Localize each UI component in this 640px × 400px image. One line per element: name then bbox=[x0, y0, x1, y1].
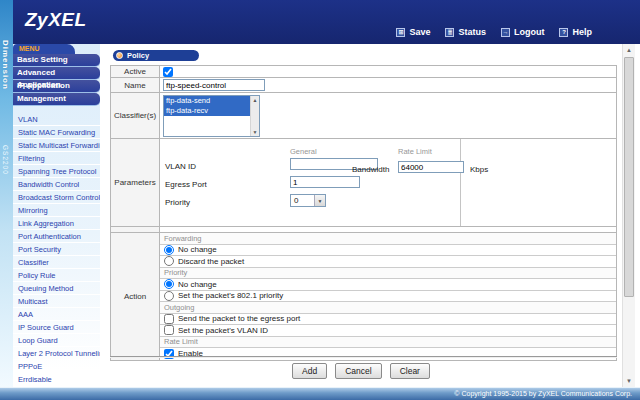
sidebar-subitem-loop-guard[interactable]: Loop Guard bbox=[13, 334, 100, 347]
page-title: Policy bbox=[127, 51, 149, 60]
priority-selected-value: 0 bbox=[294, 196, 298, 205]
general-header: General bbox=[290, 147, 317, 156]
toplink-save[interactable]: ⊞Save bbox=[396, 27, 430, 37]
sidebar-item-ip-application[interactable]: IP Application bbox=[13, 80, 100, 93]
scroll-down-icon[interactable]: ▼ bbox=[251, 128, 259, 136]
copyright-text: © Copyright 1995-2015 by ZyXEL Communica… bbox=[454, 390, 632, 397]
vertical-scrollbar[interactable]: ▲ ▼ bbox=[622, 44, 635, 387]
clear-button[interactable]: Clear bbox=[390, 363, 430, 379]
menu-title: MENU bbox=[13, 44, 75, 54]
sidebar-subitem-filtering[interactable]: Filtering bbox=[13, 152, 100, 165]
topbar-links: ⊞Save≣Status→Logout?Help bbox=[396, 27, 592, 37]
action-option-row: No change bbox=[160, 279, 616, 291]
sidebar-subitem-ip-source-guard[interactable]: IP Source Guard bbox=[13, 321, 100, 334]
action-radio-no-change[interactable] bbox=[164, 279, 174, 289]
sidebar: MENU Basic SettingAdvanced ApplicationIP… bbox=[13, 44, 100, 387]
bandwidth-unit: Kbps bbox=[470, 165, 488, 174]
toplink-label: Save bbox=[409, 27, 430, 37]
action-option-label: Send the packet to the egress port bbox=[178, 314, 300, 323]
egress-port-input[interactable] bbox=[290, 176, 360, 188]
action-option-row: Set the packet's VLAN ID bbox=[160, 325, 616, 337]
action-option-label: Set the packet's VLAN ID bbox=[178, 326, 268, 335]
logout-icon: → bbox=[501, 28, 510, 37]
toplink-help[interactable]: ?Help bbox=[559, 27, 592, 37]
action-option-label: Discard the packet bbox=[178, 257, 244, 266]
sidebar-subitem-queuing-method[interactable]: Queuing Method bbox=[13, 282, 100, 295]
action-section-header: Priority bbox=[160, 268, 616, 280]
sidebar-subitem-link-aggregation[interactable]: Link Aggregation bbox=[13, 217, 100, 230]
sidebar-subitem-vlan[interactable]: VLAN bbox=[13, 113, 100, 126]
chevron-down-icon: ▼ bbox=[314, 195, 325, 206]
bandwidth-input[interactable] bbox=[398, 161, 464, 173]
action-radio-set-the-packet-s-802-1-priority[interactable] bbox=[164, 291, 174, 301]
sidebar-subitem-spanning-tree-protocol[interactable]: Spanning Tree Protocol bbox=[13, 165, 100, 178]
priority-label: Priority bbox=[165, 198, 190, 207]
action-option-row: No change bbox=[160, 245, 616, 257]
action-checkbox-set-the-packet-s-vlan-id[interactable] bbox=[164, 325, 174, 335]
main-content: Policy Active Name Classifier(s) ftp-dat… bbox=[100, 44, 622, 387]
classifier-listbox[interactable]: ftp-data-sendftp-data-recv ▲ ▼ bbox=[163, 95, 260, 137]
help-icon: ? bbox=[559, 28, 568, 37]
sidebar-item-management[interactable]: Management bbox=[13, 93, 100, 106]
sidebar-subitem-multicast[interactable]: Multicast bbox=[13, 295, 100, 308]
action-option-label: Set the packet's 802.1 priority bbox=[178, 291, 283, 300]
listbox-scrollbar[interactable]: ▲ ▼ bbox=[250, 96, 259, 136]
sidebar-subitem-layer-2-protocol-tunneling[interactable]: Layer 2 Protocol Tunneling bbox=[13, 347, 100, 360]
toplink-label: Logout bbox=[514, 27, 545, 37]
scroll-up-icon[interactable]: ▲ bbox=[623, 44, 635, 56]
sidebar-subitem-classifier[interactable]: Classifier bbox=[13, 256, 100, 269]
scroll-up-icon[interactable]: ▲ bbox=[251, 96, 259, 104]
active-row: Active bbox=[110, 65, 617, 78]
status-icon: ≣ bbox=[445, 28, 454, 37]
sidebar-subitem-port-security[interactable]: Port Security bbox=[13, 243, 100, 256]
sidebar-subitem-port-authentication[interactable]: Port Authentication bbox=[13, 230, 100, 243]
product-line-label: Dimension bbox=[1, 40, 10, 90]
action-section-header: Rate Limit bbox=[160, 337, 616, 349]
action-section-header: Forwarding bbox=[160, 233, 616, 245]
active-checkbox[interactable] bbox=[163, 67, 173, 77]
classifier-option[interactable]: ftp-data-recv bbox=[164, 106, 250, 116]
button-row: AddCancelClear bbox=[100, 363, 622, 379]
action-radio-no-change[interactable] bbox=[164, 245, 174, 255]
sidebar-subitem-static-mac-forwarding[interactable]: Static MAC Forwarding bbox=[13, 126, 100, 139]
sidebar-item-advanced-application[interactable]: Advanced Application bbox=[13, 67, 100, 80]
scroll-down-icon[interactable]: ▼ bbox=[623, 375, 635, 387]
sidebar-subitem-broadcast-storm-control[interactable]: Broadcast Storm Control bbox=[13, 191, 100, 204]
action-checkbox-send-the-packet-to-the-egress-port[interactable] bbox=[164, 314, 174, 324]
action-option-row: Discard the packet bbox=[160, 256, 616, 268]
bandwidth-label: Bandwidth bbox=[352, 165, 389, 174]
vlan-id-label: VLAN ID bbox=[165, 162, 196, 171]
active-label: Active bbox=[111, 66, 160, 77]
parameters-divider bbox=[460, 139, 461, 226]
sidebar-subitem-policy-rule[interactable]: Policy Rule bbox=[13, 269, 100, 282]
sidebar-subitem-aaa[interactable]: AAA bbox=[13, 308, 100, 321]
classifier-option[interactable]: ftp-data-send bbox=[164, 96, 250, 106]
sidebar-subitem-pppoe[interactable]: PPPoE bbox=[13, 360, 100, 373]
sidebar-subitem-bandwidth-control[interactable]: Bandwidth Control bbox=[13, 178, 100, 191]
scrollbar-thumb[interactable] bbox=[624, 57, 634, 297]
priority-select[interactable]: 0 ▼ bbox=[290, 194, 326, 207]
parameters-label: Parameters bbox=[111, 139, 160, 226]
name-input[interactable] bbox=[163, 79, 265, 91]
toplink-status[interactable]: ≣Status bbox=[445, 27, 486, 37]
action-option-label: No change bbox=[178, 280, 217, 289]
add-button[interactable]: Add bbox=[292, 363, 327, 379]
product-strip: Dimension GS2200 bbox=[0, 0, 13, 387]
sidebar-submenu: VLANStatic MAC ForwardingStatic Multicas… bbox=[13, 113, 100, 386]
action-option-label: No change bbox=[178, 245, 217, 254]
zyxel-logo: ZyXEL bbox=[25, 9, 87, 31]
sidebar-subitem-static-multicast-forwarding[interactable]: Static Multicast Forwarding bbox=[13, 139, 100, 152]
divider bbox=[110, 356, 617, 358]
sidebar-subitem-errdisable[interactable]: Errdisable bbox=[13, 373, 100, 386]
sidebar-item-basic-setting[interactable]: Basic Setting bbox=[13, 54, 100, 67]
toplink-label: Status bbox=[458, 27, 486, 37]
policy-form: Active Name Classifier(s) ftp-data-sendf… bbox=[110, 65, 617, 361]
name-row: Name bbox=[110, 78, 617, 93]
sidebar-subitem-mirroring[interactable]: Mirroring bbox=[13, 204, 100, 217]
model-label: GS2200 bbox=[2, 145, 9, 175]
action-radio-discard-the-packet[interactable] bbox=[164, 256, 174, 266]
toplink-logout[interactable]: →Logout bbox=[501, 27, 545, 37]
rate-limit-header: Rate Limit bbox=[398, 147, 432, 156]
cancel-button[interactable]: Cancel bbox=[335, 363, 381, 379]
page-title-pill: Policy bbox=[113, 50, 199, 61]
